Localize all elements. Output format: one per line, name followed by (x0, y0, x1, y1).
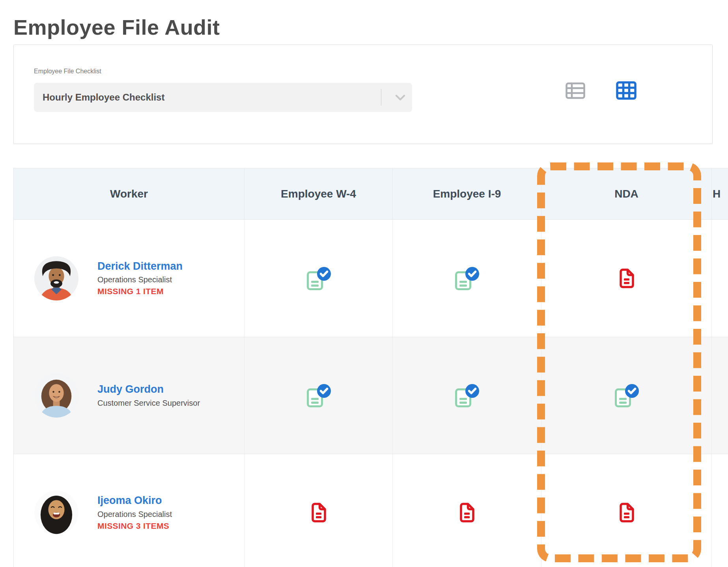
checklist-select-value: Hourly Employee Checklist (34, 92, 381, 103)
select-divider (381, 89, 381, 106)
status-cell-w4[interactable] (245, 454, 393, 567)
column-header-partial: H (712, 168, 728, 220)
empty-cell (712, 220, 728, 337)
table-row-worker: Ijeoma Okiro Operations Specialist MISSI… (14, 454, 245, 567)
document-missing-icon (619, 503, 634, 522)
avatar (34, 491, 78, 535)
table-grid-view-icon (616, 95, 637, 101)
chevron-down-icon (388, 94, 412, 101)
document-check-icon (306, 266, 332, 291)
status-cell-w4[interactable] (245, 337, 393, 454)
empty-cell (712, 337, 728, 454)
table-row-worker: Derick Ditterman Operations Specialist M… (14, 220, 245, 337)
avatar (34, 256, 78, 300)
audit-table: Worker Employee W-4 Employee I-9 NDA H (13, 168, 728, 567)
document-missing-icon (619, 269, 634, 288)
checklist-select[interactable]: Hourly Employee Checklist (34, 83, 412, 112)
status-cell-nda[interactable] (541, 454, 712, 567)
column-header-w4: Employee W-4 (245, 168, 393, 220)
column-header-i9: Employee I-9 (393, 168, 541, 220)
column-header-worker: Worker (14, 168, 245, 220)
missing-items-badge: MISSING 3 ITEMS (97, 521, 172, 531)
page-title: Employee File Audit (13, 15, 220, 39)
worker-info: Ijeoma Okiro Operations Specialist MISSI… (97, 494, 172, 530)
status-cell-i9[interactable] (393, 220, 541, 337)
worker-role: Operations Specialist (97, 510, 172, 519)
list-view-button[interactable] (566, 82, 585, 99)
status-cell-nda[interactable] (541, 337, 712, 454)
worker-info: Derick Ditterman Operations Specialist M… (97, 260, 183, 296)
worker-name-link[interactable]: Judy Gordon (97, 383, 200, 395)
table-list-view-icon (566, 94, 585, 100)
table-row-worker: Judy Gordon Customer Service Supervisor (14, 337, 245, 454)
worker-name-link[interactable]: Derick Ditterman (97, 260, 183, 272)
status-cell-w4[interactable] (245, 220, 393, 337)
grid-view-button[interactable] (616, 81, 637, 100)
document-missing-icon (459, 503, 474, 522)
avatar (34, 373, 78, 418)
document-check-icon (306, 383, 332, 408)
status-cell-i9[interactable] (393, 454, 541, 567)
worker-role: Customer Service Supervisor (97, 399, 200, 408)
column-header-nda: NDA (541, 168, 712, 220)
missing-items-badge: MISSING 1 ITEM (97, 287, 183, 296)
worker-info: Judy Gordon Customer Service Supervisor (97, 383, 200, 407)
view-toggle-group (566, 81, 637, 100)
document-missing-icon (311, 503, 326, 522)
empty-cell (712, 454, 728, 567)
document-check-icon (614, 383, 640, 408)
filter-card: Employee File Checklist Hourly Employee … (13, 45, 713, 144)
document-check-icon (454, 266, 480, 291)
status-cell-nda[interactable] (541, 220, 712, 337)
status-cell-i9[interactable] (393, 337, 541, 454)
worker-role: Operations Specialist (97, 275, 183, 284)
document-check-icon (454, 383, 480, 408)
worker-name-link[interactable]: Ijeoma Okiro (97, 494, 172, 507)
checklist-label: Employee File Checklist (34, 68, 101, 75)
